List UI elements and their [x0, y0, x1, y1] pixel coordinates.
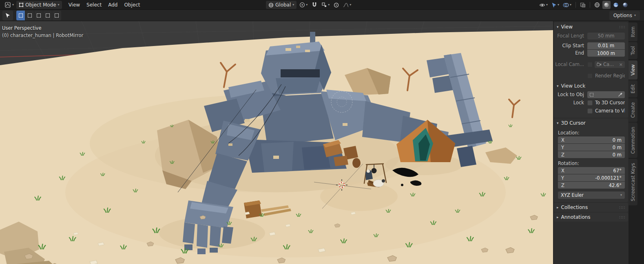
tab-tool[interactable]: Tool [629, 42, 637, 59]
object-mode-icon [19, 2, 24, 7]
shading-solid-button[interactable] [602, 1, 611, 9]
tab-commotion[interactable]: Commotion [629, 123, 637, 158]
camera-icon [597, 62, 602, 66]
render-region-row: Render Region [554, 72, 625, 79]
pivot-point-select[interactable]: ▾ [298, 1, 309, 9]
camera-to-view-checkbox[interactable] [587, 108, 593, 114]
gizmos-select[interactable]: ▾ [550, 1, 560, 9]
tab-item[interactable]: Item [629, 22, 637, 41]
rotation-mode-value: XYZ Euler [561, 192, 620, 198]
cursor-location-z[interactable]: Z 0 m [558, 151, 625, 158]
chevron-down-icon: ▾ [558, 3, 559, 7]
select-box-icon [46, 13, 50, 18]
lock-to-object-field[interactable] [587, 91, 625, 98]
lock-to-object-row: Lock to Obj [554, 91, 625, 98]
tab-view[interactable]: View [629, 60, 637, 79]
cursor-rotation-y[interactable]: Y -0.000121° [558, 174, 625, 181]
panel-3d-cursor-header[interactable]: ▾ 3D Cursor [554, 119, 628, 128]
drag-dots-icon[interactable]: ∷∷ [619, 205, 625, 210]
viewport-3d[interactable]: User Perspective (0) character_human | R… [0, 21, 553, 264]
select-mode-group [16, 11, 61, 20]
shading-wireframe-button[interactable] [593, 1, 601, 9]
chevron-down-icon: ▾ [58, 3, 60, 7]
panel-collections-header[interactable]: ▸ Collections ∷∷ [554, 203, 628, 212]
falloff-curve-icon [343, 2, 349, 8]
select-box-icon [19, 13, 23, 18]
xray-icon [580, 2, 586, 8]
tab-screencast-keys[interactable]: Screencast Keys [629, 159, 637, 205]
local-camera-field[interactable]: Ca... × [595, 61, 625, 68]
focal-length-field[interactable]: 50 mm [587, 33, 625, 40]
gizmo-cursor-icon [551, 2, 557, 8]
proportional-falloff-select[interactable]: ▾ [342, 1, 352, 9]
focal-length-label: Focal Lengt [554, 33, 587, 39]
select-mode-extend-button[interactable] [25, 11, 34, 20]
eyedropper-icon[interactable] [618, 92, 623, 97]
panel-collections-title: Collections [561, 205, 588, 210]
drag-dots-icon[interactable]: ∷∷ [619, 25, 625, 29]
proportional-editing-toggle[interactable] [332, 1, 340, 9]
cursor-location-x[interactable]: X 0 m [558, 136, 625, 143]
panel-annotations-header[interactable]: ▸ Annotations ∷∷ [554, 213, 628, 222]
lock-to-object-label: Lock to Obj [554, 92, 587, 97]
clip-end-row: End 1000 m [554, 49, 625, 57]
active-tool-button[interactable] [2, 11, 13, 20]
shading-material-button[interactable] [612, 1, 620, 9]
options-dropdown[interactable]: Options ▾ [609, 11, 640, 20]
local-camera-row: Local Cam... Ca... × [554, 61, 625, 68]
menu-select[interactable]: Select [83, 1, 105, 9]
tab-edit[interactable]: Edit [629, 80, 637, 97]
chevron-down-icon: ▾ [306, 3, 308, 7]
chevron-down-icon: ▾ [620, 194, 622, 197]
snap-target-select[interactable]: ▾ [320, 1, 331, 9]
chevron-down-icon: ▾ [634, 14, 636, 17]
local-camera-checkbox[interactable] [587, 62, 593, 67]
snap-increment-icon [321, 2, 327, 8]
overlays-select[interactable]: ▾ [562, 1, 573, 9]
chevron-down-icon: ▾ [328, 3, 330, 7]
chevron-right-icon: ▸ [557, 215, 559, 219]
select-mode-subtract-button[interactable] [34, 11, 43, 20]
rotation-mode-select[interactable]: XYZ Euler ▾ [558, 191, 625, 199]
editor-3d-viewport-icon [5, 2, 11, 8]
clip-end-field[interactable]: 1000 m [587, 50, 625, 57]
shading-rendered-button[interactable] [621, 1, 629, 9]
cursor-rotation-x[interactable]: X 67° [558, 167, 625, 174]
rendered-sphere-icon [622, 2, 628, 8]
clip-start-label: Clip Start [554, 43, 587, 48]
drag-dots-icon[interactable]: ∷∷ [619, 215, 625, 220]
viewport-object-label: (0) character_human | RobotMirror [2, 32, 83, 39]
panel-3d-cursor: ▾ 3D Cursor Location: X 0 m Y 0 m Z 0 m … [554, 119, 628, 202]
focal-length-row: Focal Lengt 50 mm [554, 32, 625, 40]
select-mode-set-button[interactable] [16, 11, 25, 20]
tab-create[interactable]: Create [629, 98, 637, 122]
lock-to-3d-cursor-checkbox[interactable] [587, 100, 593, 106]
render-region-checkbox[interactable] [587, 73, 593, 79]
chevron-down-icon: ▾ [557, 121, 559, 125]
clip-start-row: Clip Start 0.01 m [554, 42, 625, 49]
panel-annotations-title: Annotations [561, 214, 591, 220]
transform-orientation-select[interactable]: Global ▾ [266, 1, 297, 9]
divider [590, 2, 590, 8]
mode-select[interactable]: Object Mode ▾ [16, 1, 62, 9]
cursor-rotation-label: Rotation: [558, 161, 628, 166]
close-icon[interactable]: × [619, 62, 623, 67]
pivot-point-icon [299, 2, 305, 8]
menu-view[interactable]: View [65, 1, 83, 9]
select-mode-intersect-button[interactable] [52, 11, 61, 20]
select-mode-invert-button[interactable] [43, 11, 52, 20]
cursor-rotation-z[interactable]: Z 42.6° [558, 182, 625, 189]
view-lock-subpanel-header[interactable]: ▾ View Lock [554, 82, 628, 90]
chevron-down-icon: ▾ [12, 3, 14, 7]
clip-start-field[interactable]: 0.01 m [587, 42, 625, 49]
object-visibility-select[interactable]: ▾ [538, 1, 549, 9]
cursor-location-y[interactable]: Y 0 m [558, 144, 625, 151]
menu-add[interactable]: Add [105, 1, 121, 9]
menu-object[interactable]: Object [121, 1, 143, 9]
editor-type-button[interactable]: ▾ [2, 1, 16, 9]
snap-toggle[interactable] [310, 1, 319, 9]
magnet-icon [312, 2, 317, 8]
panel-view-header[interactable]: ▾ View ∷∷ [554, 22, 628, 31]
view-lock-title: View Lock [561, 83, 586, 89]
xray-toggle[interactable] [579, 1, 587, 9]
